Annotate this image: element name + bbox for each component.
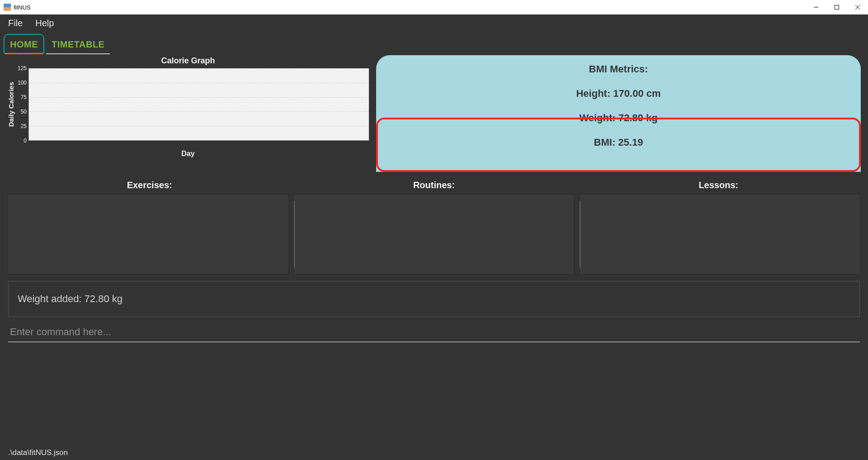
chart-area: 125 100 75 50 25 0 <box>18 68 369 141</box>
list-panels <box>4 190 864 275</box>
tab-home[interactable]: HOME <box>4 34 44 53</box>
tab-bar: HOME TIMETABLE <box>0 34 868 53</box>
bmi-metrics-card: BMI Metrics: Height: 170.00 cm Weight: 7… <box>376 55 861 172</box>
exercises-list[interactable] <box>7 194 289 275</box>
command-input[interactable] <box>8 323 860 342</box>
window-controls <box>806 0 868 14</box>
chart-plot-area <box>28 68 369 141</box>
content: Calorie Graph Daily Calories 125 100 75 … <box>0 53 868 460</box>
calorie-chart-panel: Calorie Graph Daily Calories 125 100 75 … <box>7 55 369 172</box>
routines-header: Routines: <box>292 180 576 190</box>
exercises-header: Exercises: <box>7 180 292 190</box>
app-icon <box>4 4 11 11</box>
panel-divider <box>294 201 295 268</box>
chart-x-axis-label: Day <box>181 150 194 158</box>
status-path: .\data\fitNUS.json <box>8 448 68 457</box>
tab-timetable[interactable]: TIMETABLE <box>46 35 110 53</box>
command-input-wrap <box>8 323 860 342</box>
chart-y-axis-label: Daily Calories <box>7 82 15 127</box>
bmi-weight: Weight: 72.80 kg <box>376 112 861 124</box>
panel-divider <box>580 201 580 268</box>
upper-row: Calorie Graph Daily Calories 125 100 75 … <box>4 53 864 172</box>
menu-file[interactable]: File <box>8 18 23 28</box>
menubar: File Help <box>0 14 868 32</box>
lessons-list[interactable] <box>579 194 861 275</box>
bmi-height: Height: 170.00 cm <box>376 88 861 100</box>
svg-rect-1 <box>835 5 839 9</box>
maximize-button[interactable] <box>826 0 847 14</box>
chart-title: Calorie Graph <box>161 56 215 66</box>
bmi-title: BMI Metrics: <box>376 63 861 75</box>
chart-wrap: Daily Calories 125 100 75 50 25 0 <box>7 68 369 141</box>
minimize-button[interactable] <box>806 0 826 14</box>
app-body: File Help HOME TIMETABLE Calorie Graph D… <box>0 14 868 460</box>
chart-y-ticks: 125 100 75 50 25 0 <box>18 68 28 141</box>
bmi-value: BMI: 25.19 <box>376 137 861 148</box>
status-bar: .\data\fitNUS.json <box>4 446 864 460</box>
feedback-text: Weight added: 72.80 kg <box>18 293 123 305</box>
close-button[interactable] <box>847 0 868 14</box>
menu-help[interactable]: Help <box>35 18 54 28</box>
window-titlebar: fitNUS <box>0 0 868 14</box>
lessons-header: Lessons: <box>576 180 861 190</box>
feedback-box: Weight added: 72.80 kg <box>8 281 860 317</box>
routines-list[interactable] <box>293 194 575 275</box>
list-headers: Exercises: Routines: Lessons: <box>4 180 864 190</box>
window-title: fitNUS <box>14 4 31 11</box>
